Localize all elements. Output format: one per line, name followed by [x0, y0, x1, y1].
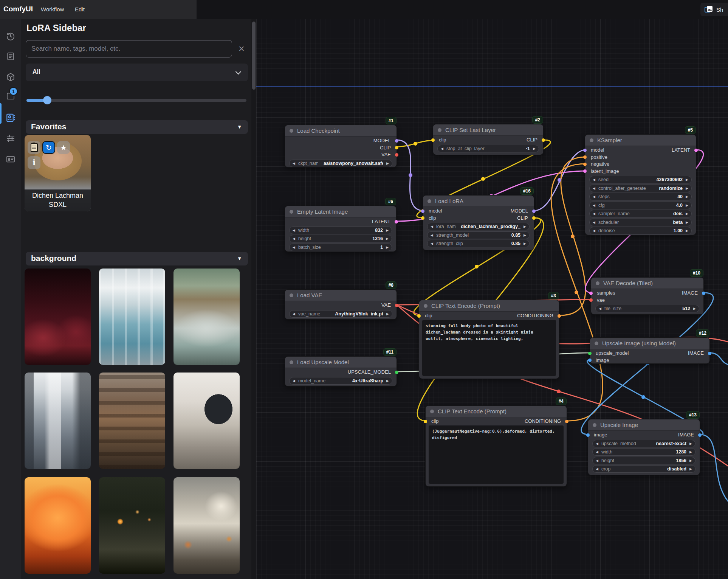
widget-steps[interactable]: ◀steps40▶ — [589, 193, 692, 200]
widget-strength-model[interactable]: ◀strength_model0.85▶ — [427, 231, 530, 239]
input-port-upscale-model[interactable] — [588, 352, 592, 355]
widget-increment-icon[interactable]: ▶ — [689, 467, 692, 471]
node-upscale-image-using-model[interactable]: #12Upscale Image (using Model)upscale_mo… — [590, 337, 710, 364]
slider-thumb[interactable] — [43, 96, 51, 104]
node-load-vae[interactable]: #8Load VAEVAE◀vae_nameAnythingV5Ink_ink.… — [285, 289, 397, 320]
input-port-clip[interactable] — [417, 314, 421, 318]
sidebar-scrollbar-thumb[interactable] — [252, 22, 256, 90]
output-port-conditioning[interactable] — [558, 314, 561, 318]
collapse-dot-icon[interactable] — [424, 304, 428, 308]
node-header[interactable]: Load Checkpoint — [285, 125, 397, 137]
output-port-image[interactable] — [702, 292, 705, 295]
lora-thumbnail-alley[interactable] — [25, 373, 91, 469]
widget-stop-at-clip-layer[interactable]: ◀stop_at_clip_layer-1▶ — [437, 145, 539, 152]
widget-increment-icon[interactable]: ▶ — [386, 245, 389, 249]
input-port-model[interactable] — [421, 210, 424, 213]
collapse-dot-icon[interactable] — [593, 423, 596, 427]
widget-scheduler[interactable]: ◀schedulerbeta▶ — [589, 219, 692, 226]
input-port-clip[interactable] — [431, 138, 435, 142]
collapse-dot-icon[interactable] — [290, 210, 293, 214]
output-port-latent[interactable] — [395, 220, 398, 224]
widget-increment-icon[interactable]: ▶ — [524, 233, 526, 237]
collapse-dot-icon[interactable] — [430, 410, 434, 413]
widget-decrement-icon[interactable]: ◀ — [293, 237, 295, 241]
input-port-clip[interactable] — [424, 420, 427, 423]
node-header[interactable]: VAE Decode (Tiled) — [591, 278, 703, 289]
widget-lora-name[interactable]: ◀lora_namedichen_lachman_prodigy_ex...▶ — [427, 223, 530, 230]
widget-decrement-icon[interactable]: ◀ — [596, 442, 598, 446]
widget-decrement-icon[interactable]: ◀ — [593, 212, 595, 216]
input-port-negative[interactable] — [583, 163, 587, 166]
info-button[interactable]: i — [28, 156, 40, 169]
input-port-vae[interactable] — [589, 298, 593, 302]
node-header[interactable]: Upscale Image — [588, 419, 700, 431]
widget-increment-icon[interactable]: ▶ — [686, 178, 688, 182]
output-port-clip[interactable] — [395, 146, 398, 149]
widget-decrement-icon[interactable]: ◀ — [593, 195, 595, 199]
share-button[interactable]: Sh — [700, 3, 728, 16]
node-load-checkpoint[interactable]: #1Load CheckpointMODELCLIPVAE◀ckpt_namea… — [285, 125, 397, 168]
collapse-dot-icon[interactable] — [595, 342, 598, 345]
widget-decrement-icon[interactable]: ◀ — [293, 228, 295, 232]
widget-sampler-name[interactable]: ◀sampler_namedeis▶ — [589, 210, 692, 217]
node-header[interactable]: CLIP Text Encode (Prompt) — [426, 406, 567, 417]
lora-thumbnail-winter-bridge[interactable] — [173, 477, 240, 574]
widget-seed[interactable]: ◀seed4267300692▶ — [589, 176, 692, 183]
copy-clipboard-button[interactable] — [28, 141, 40, 154]
rail-item-model-library[interactable] — [0, 69, 21, 85]
prompt-textarea[interactable]: stunning full body photo of beautiful di… — [422, 320, 556, 376]
widget-increment-icon[interactable]: ▶ — [686, 212, 688, 216]
lora-thumbnail-messy-room[interactable] — [173, 373, 240, 469]
output-port-image[interactable] — [708, 352, 711, 355]
widget-increment-icon[interactable]: ▶ — [689, 459, 692, 463]
widget-increment-icon[interactable]: ▶ — [689, 442, 692, 446]
widget-decrement-icon[interactable]: ◀ — [431, 242, 433, 245]
filter-dropdown[interactable]: All — [26, 64, 248, 81]
collapse-dot-icon[interactable] — [428, 199, 431, 203]
output-port-conditioning[interactable] — [565, 420, 568, 423]
widget-increment-icon[interactable]: ▶ — [386, 237, 389, 241]
lora-thumbnail-lantern-path[interactable] — [99, 477, 165, 574]
widget-denoise[interactable]: ◀denoise1.00▶ — [589, 227, 692, 234]
node-header[interactable]: CLIP Text Encode (Prompt) — [419, 300, 559, 312]
output-port-vae[interactable] — [395, 153, 398, 157]
widget-batch-size[interactable]: ◀batch_size1▶ — [289, 244, 392, 251]
lora-thumbnail-brick-ruin[interactable] — [99, 373, 165, 469]
widget-vae-name[interactable]: ◀vae_nameAnythingV5Ink_ink.pt▶ — [289, 310, 392, 318]
node-header[interactable]: Empty Latent Image — [285, 206, 396, 217]
collapse-dot-icon[interactable] — [590, 138, 593, 142]
widget-increment-icon[interactable]: ▶ — [689, 450, 692, 454]
widget-increment-icon[interactable]: ▶ — [524, 242, 526, 245]
app-logo[interactable]: ComfyUI — [3, 5, 33, 13]
output-port-vae[interactable] — [395, 304, 398, 307]
widget-increment-icon[interactable]: ▶ — [533, 147, 536, 151]
widget-decrement-icon[interactable]: ◀ — [441, 147, 443, 151]
node-vae-decode-tiled[interactable]: #10VAE Decode (Tiled)samplesIMAGEvae◀til… — [591, 277, 704, 315]
widget-increment-icon[interactable]: ▶ — [686, 220, 688, 224]
widget-upscale-method[interactable]: ◀upscale_methodnearest-exact▶ — [592, 440, 695, 447]
node-header[interactable]: KSampler — [585, 135, 696, 146]
widget-decrement-icon[interactable]: ◀ — [593, 186, 595, 190]
widget-decrement-icon[interactable]: ◀ — [293, 379, 295, 383]
input-port-positive[interactable] — [583, 155, 587, 159]
node-load-upscale-model[interactable]: #11Load Upscale ModelUPSCALE_MODEL◀model… — [285, 356, 397, 387]
widget-decrement-icon[interactable]: ◀ — [431, 225, 433, 228]
rail-item-lora-sidebar[interactable] — [0, 109, 21, 126]
section-header-background[interactable]: background ▼ — [26, 252, 248, 265]
node-header[interactable]: Upscale Image (using Model) — [590, 338, 709, 349]
widget-increment-icon[interactable]: ▶ — [386, 161, 389, 165]
widget-tile-size[interactable]: ◀tile_size512▶ — [595, 305, 699, 312]
output-port-image[interactable] — [698, 433, 702, 437]
node-clip-text-encode-prompt[interactable]: #3CLIP Text Encode (Prompt)clipCONDITION… — [419, 300, 559, 379]
input-port-clip[interactable] — [421, 216, 424, 220]
search-input[interactable] — [26, 40, 232, 57]
node-clip-set-last-layer[interactable]: #2CLIP Set Last LayerclipCLIP◀stop_at_cl… — [433, 124, 544, 155]
output-port-model[interactable] — [532, 210, 536, 213]
input-port-image[interactable] — [586, 433, 590, 437]
widget-increment-icon[interactable]: ▶ — [686, 229, 688, 233]
widget-increment-icon[interactable]: ▶ — [686, 195, 688, 199]
collapse-dot-icon[interactable] — [290, 129, 293, 133]
widget-height[interactable]: ◀height1856▶ — [592, 457, 695, 464]
section-header-favorites[interactable]: Favorites ▼ — [26, 120, 248, 134]
lora-thumbnail-bus-interior[interactable] — [99, 269, 165, 365]
